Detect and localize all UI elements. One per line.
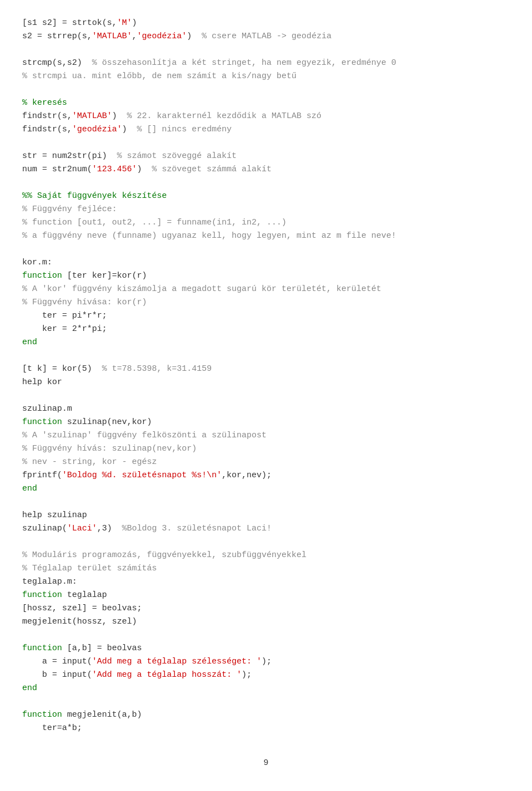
page-number: 9 — [22, 757, 510, 767]
code-content: [s1 s2] = strtok(s,'M') s2 = strrep(s,'M… — [22, 17, 510, 735]
